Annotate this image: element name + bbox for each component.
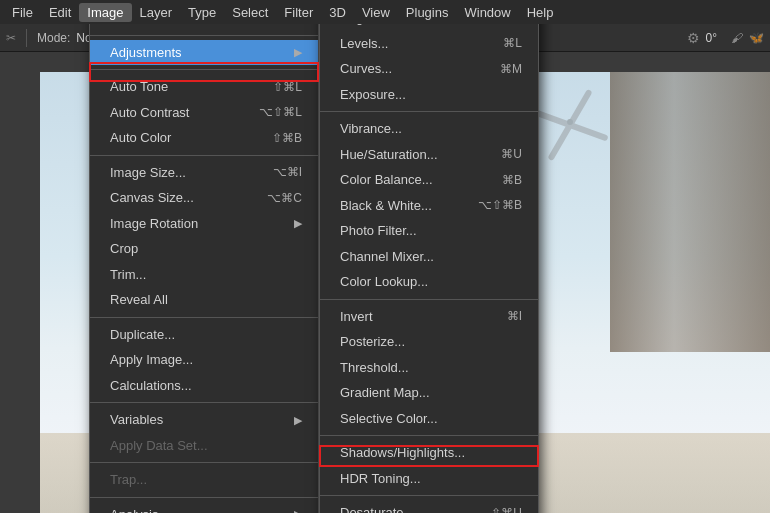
menu-levels[interactable]: Levels... ⌘L (320, 31, 538, 57)
auto-contrast-shortcut: ⌥⇧⌘L (259, 103, 302, 121)
menu-exposure[interactable]: Exposure... (320, 82, 538, 108)
menu-selective-color[interactable]: Selective Color... (320, 406, 538, 432)
tool-icon: ✂ (6, 31, 16, 45)
black-white-label: Black & White... (340, 196, 432, 216)
auto-contrast-label: Auto Contrast (110, 103, 190, 123)
menu-apply-data-set: Apply Data Set... (90, 433, 318, 459)
auto-tone-shortcut: ⇧⌘L (273, 78, 302, 96)
canvas-size-label: Canvas Size... (110, 188, 194, 208)
menu-calculations[interactable]: Calculations... (90, 373, 318, 399)
crop-label: Crop (110, 239, 138, 259)
menu-analysis[interactable]: Analysis ▶ (90, 502, 318, 514)
menu-auto-color[interactable]: Auto Color ⇧⌘B (90, 125, 318, 151)
auto-color-label: Auto Color (110, 128, 171, 148)
menu-hdr-toning[interactable]: HDR Toning... (320, 466, 538, 492)
adj-sep2 (320, 299, 538, 300)
menu-duplicate[interactable]: Duplicate... (90, 322, 318, 348)
adj-sep3 (320, 435, 538, 436)
black-white-shortcut: ⌥⇧⌘B (478, 196, 522, 214)
auto-color-shortcut: ⇧⌘B (272, 129, 302, 147)
menu-trim[interactable]: Trim... (90, 262, 318, 288)
variables-arrow: ▶ (294, 412, 302, 429)
menu-reveal-all[interactable]: Reveal All (90, 287, 318, 313)
apply-image-label: Apply Image... (110, 350, 193, 370)
menubar: File Edit Image Layer Type Select Filter… (0, 0, 770, 24)
menubar-file[interactable]: File (4, 3, 41, 22)
vibrance-label: Vibrance... (340, 119, 402, 139)
menubar-filter[interactable]: Filter (276, 3, 321, 22)
image-size-shortcut: ⌥⌘I (273, 163, 302, 181)
menu-curves[interactable]: Curves... ⌘M (320, 56, 538, 82)
menu-shadows-highlights[interactable]: Shadows/Highlights... (320, 440, 538, 466)
menu-image-rotation[interactable]: Image Rotation ▶ (90, 211, 318, 237)
menu-canvas-size[interactable]: Canvas Size... ⌥⌘C (90, 185, 318, 211)
invert-label: Invert (340, 307, 373, 327)
sep7 (90, 497, 318, 498)
gradient-map-label: Gradient Map... (340, 383, 430, 403)
trap-label: Trap... (110, 470, 147, 490)
exposure-label: Exposure... (340, 85, 406, 105)
menu-hue-saturation[interactable]: Hue/Saturation... ⌘U (320, 142, 538, 168)
menu-variables[interactable]: Variables ▶ (90, 407, 318, 433)
menubar-edit[interactable]: Edit (41, 3, 79, 22)
sep6 (90, 462, 318, 463)
menu-black-white[interactable]: Black & White... ⌥⇧⌘B (320, 193, 538, 219)
analysis-label: Analysis (110, 505, 158, 514)
hue-saturation-label: Hue/Saturation... (340, 145, 438, 165)
menu-crop[interactable]: Crop (90, 236, 318, 262)
menubar-help[interactable]: Help (519, 3, 562, 22)
image-size-label: Image Size... (110, 163, 186, 183)
menu-gradient-map[interactable]: Gradient Map... (320, 380, 538, 406)
menu-image-size[interactable]: Image Size... ⌥⌘I (90, 160, 318, 186)
shadows-highlights-label: Shadows/Highlights... (340, 443, 465, 463)
invert-shortcut: ⌘I (507, 307, 522, 325)
menubar-layer[interactable]: Layer (132, 3, 181, 22)
menu-auto-contrast[interactable]: Auto Contrast ⌥⇧⌘L (90, 100, 318, 126)
menubar-3d[interactable]: 3D (321, 3, 354, 22)
canvas-size-shortcut: ⌥⌘C (267, 189, 302, 207)
adjustments-arrow: ▶ (294, 44, 302, 61)
sep5 (90, 402, 318, 403)
image-rotation-label: Image Rotation (110, 214, 198, 234)
menubar-image[interactable]: Image (79, 3, 131, 22)
menu-apply-image[interactable]: Apply Image... (90, 347, 318, 373)
mode-label: Mode: (37, 31, 70, 45)
color-lookup-label: Color Lookup... (340, 272, 428, 292)
menubar-window[interactable]: Window (456, 3, 518, 22)
menu-photo-filter[interactable]: Photo Filter... (320, 218, 538, 244)
angle-value: 0° (706, 31, 717, 45)
brush-icon: 🖌 (731, 31, 743, 45)
photo-filter-label: Photo Filter... (340, 221, 417, 241)
adjustments-submenu: Brightness/Contrast... Levels... ⌘L Curv… (319, 0, 539, 513)
menu-posterize[interactable]: Posterize... (320, 329, 538, 355)
channel-mixer-label: Channel Mixer... (340, 247, 434, 267)
levels-label: Levels... (340, 34, 388, 54)
reveal-all-label: Reveal All (110, 290, 168, 310)
gear-icon[interactable]: ⚙ (687, 30, 700, 46)
menu-desaturate[interactable]: Desaturate ⇧⌘U (320, 500, 538, 513)
menu-color-lookup[interactable]: Color Lookup... (320, 269, 538, 295)
menu-color-balance[interactable]: Color Balance... ⌘B (320, 167, 538, 193)
sep3 (90, 155, 318, 156)
menu-adjustments[interactable]: Adjustments ▶ (90, 40, 318, 66)
menubar-select[interactable]: Select (224, 3, 276, 22)
apply-data-set-label: Apply Data Set... (110, 436, 208, 456)
menubar-type[interactable]: Type (180, 3, 224, 22)
menu-threshold[interactable]: Threshold... (320, 355, 538, 381)
threshold-label: Threshold... (340, 358, 409, 378)
menu-channel-mixer[interactable]: Channel Mixer... (320, 244, 538, 270)
hdr-toning-label: HDR Toning... (340, 469, 421, 489)
image-menu-dropdown: Mode ▶ Adjustments ▶ Auto Tone ⇧⌘L Auto … (89, 0, 319, 513)
image-rotation-arrow: ▶ (294, 215, 302, 232)
menu-auto-tone[interactable]: Auto Tone ⇧⌘L (90, 74, 318, 100)
selective-color-label: Selective Color... (340, 409, 438, 429)
curtain (610, 72, 770, 352)
menubar-plugins[interactable]: Plugins (398, 3, 457, 22)
menu-vibrance[interactable]: Vibrance... (320, 116, 538, 142)
sep4 (90, 317, 318, 318)
menubar-view[interactable]: View (354, 3, 398, 22)
adj-sep1 (320, 111, 538, 112)
color-balance-shortcut: ⌘B (502, 171, 522, 189)
menu-invert[interactable]: Invert ⌘I (320, 304, 538, 330)
curves-label: Curves... (340, 59, 392, 79)
